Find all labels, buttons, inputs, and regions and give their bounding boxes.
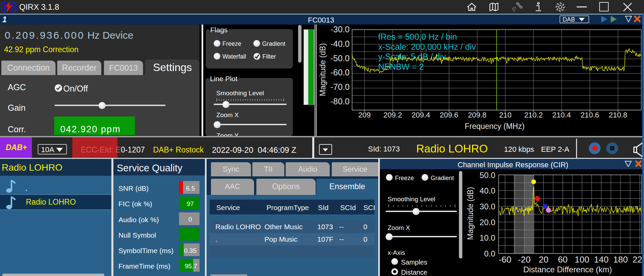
svg-text:180: 180 [613, 254, 628, 265]
svg-text:-70.0: -70.0 [330, 82, 350, 92]
svg-text:0.0: 0.0 [484, 249, 495, 258]
svg-text:140: 140 [594, 254, 608, 265]
svg-text:Magnitude (dB): Magnitude (dB) [466, 187, 475, 240]
svg-text:50.0: 50.0 [479, 171, 495, 180]
svg-text:20: 20 [539, 254, 548, 265]
svg-text:100: 100 [575, 254, 589, 265]
svg-text:fRes = 500,0 Hz / bin: fRes = 500,0 Hz / bin [378, 32, 457, 41]
svg-text:-20: -20 [518, 254, 531, 265]
svg-text:-50.0: -50.0 [330, 54, 350, 63]
svg-text:Distance Difference (km): Distance Difference (km) [523, 265, 612, 274]
svg-text:210.4: 210.4 [552, 111, 571, 119]
svg-text:10.0: 10.0 [479, 233, 495, 242]
svg-text:y-Scale: 5 dB / div: y-Scale: 5 dB / div [378, 52, 446, 61]
svg-text:210.6: 210.6 [580, 111, 599, 119]
svg-text:30.0: 30.0 [479, 202, 495, 211]
svg-text:209.2: 209.2 [384, 111, 402, 119]
svg-text:-40.0: -40.0 [330, 39, 350, 48]
svg-text:60: 60 [558, 254, 568, 265]
svg-text:-60.0: -60.0 [330, 68, 350, 77]
svg-text:Frequency (MHz): Frequency (MHz) [465, 122, 525, 131]
svg-text:209.4: 209.4 [412, 111, 430, 119]
svg-text:209.8: 209.8 [468, 111, 487, 119]
svg-text:-80.0: -80.0 [330, 97, 350, 106]
svg-text:210.8: 210.8 [609, 111, 627, 119]
svg-text:210.2: 210.2 [524, 111, 543, 119]
svg-text:Magnitude (dB): Magnitude (dB) [318, 43, 327, 96]
svg-text:-30.0: -30.0 [330, 25, 350, 34]
svg-text:-60: -60 [499, 254, 511, 265]
svg-text:209: 209 [358, 111, 371, 119]
svg-text:210: 210 [499, 111, 512, 119]
svg-text:40.0: 40.0 [479, 186, 495, 195]
svg-text:20.0: 20.0 [479, 218, 495, 227]
svg-text:x-Scale: 200,000 kHz / div: x-Scale: 200,000 kHz / div [378, 42, 476, 51]
svg-text:209.6: 209.6 [440, 111, 458, 119]
